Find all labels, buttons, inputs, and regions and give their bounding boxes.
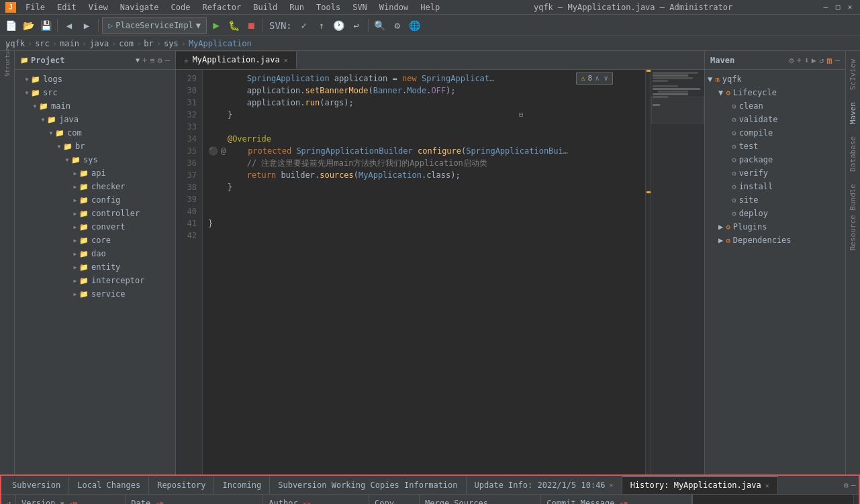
maven-site[interactable]: ⚙ site — [705, 193, 845, 207]
maven-settings-icon[interactable]: ⚙ — [789, 56, 794, 65]
col-copy[interactable]: Copy — [369, 495, 419, 504]
menu-tools[interactable]: Tools — [311, 1, 346, 13]
right-tab-database[interactable]: Database — [846, 131, 860, 177]
project-minimize-icon[interactable]: — — [165, 56, 170, 65]
svn-tab-repository[interactable]: Repository — [149, 476, 214, 494]
col-date[interactable]: Date ✕⊞ — [126, 495, 263, 504]
svn-minimize-icon[interactable]: — — [851, 481, 856, 490]
stop-button[interactable]: ⏹ — [243, 17, 259, 34]
maven-dependencies-item[interactable]: ▶ ⚙ Dependencies — [705, 234, 845, 247]
tree-item-interceptor[interactable]: ▶📁interceptor — [15, 274, 175, 287]
breadcrumb-item-myapp[interactable]: MyApplication — [189, 39, 252, 48]
right-tab-sciview[interactable]: ScIview — [846, 54, 860, 95]
menu-window[interactable]: Window — [374, 1, 414, 13]
svn-history-btn[interactable]: 🕐 — [331, 17, 347, 34]
history-scrollbar[interactable] — [853, 495, 859, 504]
tree-item-sys[interactable]: ▼📁sys — [15, 153, 175, 166]
run-button[interactable]: ▶ — [208, 17, 224, 34]
left-icon-structure[interactable]: Structure — [1, 54, 14, 67]
maven-minimize-icon[interactable]: — — [835, 56, 840, 65]
menu-view[interactable]: View — [83, 1, 113, 13]
right-tab-maven[interactable]: Maven — [846, 97, 860, 130]
menu-refactor[interactable]: Refactor — [197, 1, 246, 13]
menu-code[interactable]: Code — [166, 1, 196, 13]
close-button[interactable]: ✕ — [845, 3, 855, 12]
tree-item-br[interactable]: ▼📁br — [15, 140, 175, 153]
maven-test[interactable]: ⚙ test — [705, 140, 845, 153]
menu-svn[interactable]: SVN — [347, 1, 373, 13]
maven-validate[interactable]: ⚙ validate — [705, 113, 845, 126]
project-add-icon[interactable]: + — [142, 56, 147, 65]
tree-item-main[interactable]: ▼📁main — [15, 99, 175, 113]
open-btn[interactable]: 📂 — [20, 17, 36, 34]
back-btn[interactable]: ◀ — [61, 17, 77, 34]
menu-file[interactable]: File — [20, 1, 50, 13]
maven-sync-icon[interactable]: ↺ — [819, 56, 824, 65]
maven-plugins-item[interactable]: ▶ ⚙ Plugins — [705, 220, 845, 234]
tree-item-config[interactable]: ▶📁config — [15, 193, 175, 207]
maven-download-icon[interactable]: ⬇ — [804, 56, 809, 65]
svn-revert-btn[interactable]: ↩ — [348, 17, 365, 34]
menu-run[interactable]: Run — [284, 1, 309, 13]
maven-package[interactable]: ⚙ package — [705, 153, 845, 166]
maven-compile[interactable]: ⚙ compile — [705, 126, 845, 140]
fold-icon-32[interactable]: ⊟ — [517, 109, 525, 121]
minimize-button[interactable]: — — [821, 3, 830, 12]
col-merge-sources[interactable]: Merge Sources — [420, 495, 541, 504]
svn-tab-working-copies[interactable]: Subversion Working Copies Information — [270, 476, 466, 494]
right-tab-resource-bundle[interactable]: Resource Bundle — [846, 179, 860, 256]
breadcrumb-item-com[interactable]: com — [119, 39, 134, 48]
settings-btn[interactable]: ⚙ — [389, 17, 405, 34]
svn-tab-update-info[interactable]: Update Info: 2022/1/5 10:46 ✕ — [467, 476, 622, 494]
tree-item-service[interactable]: ▶📁service — [15, 287, 175, 301]
tree-item-entity[interactable]: ▶📁entity — [15, 260, 175, 274]
debug-button[interactable]: 🐛 — [226, 17, 242, 34]
maven-project-root[interactable]: ▼ m yqfk — [705, 72, 845, 86]
tree-item-src[interactable]: ▼📁src — [15, 86, 175, 99]
code-editor[interactable]: SpringApplication application = new Spri… — [203, 70, 645, 474]
maven-verify[interactable]: ⚙ verify — [705, 166, 845, 180]
col-commit-message[interactable]: Commit Message ✕⊞ — [541, 495, 692, 504]
tree-item-com[interactable]: ▼📁com — [15, 126, 175, 140]
update-info-close[interactable]: ✕ — [610, 481, 614, 489]
menu-help[interactable]: Help — [415, 1, 445, 13]
tree-item-dao[interactable]: ▶📁dao — [15, 247, 175, 260]
svn-tab-incoming[interactable]: Incoming — [214, 476, 270, 494]
breadcrumb-item-sys[interactable]: sys — [164, 39, 179, 48]
col-version[interactable]: Version ▼ ✕⊞ — [16, 495, 126, 504]
tree-item-controller[interactable]: ▶📁controller — [15, 207, 175, 220]
save-btn[interactable]: 💾 — [38, 17, 54, 34]
maven-lifecycle-item[interactable]: ▼ ⚙ Lifecycle — [705, 86, 845, 99]
maven-install[interactable]: ⚙ install — [705, 180, 845, 193]
menu-edit[interactable]: Edit — [52, 1, 82, 13]
svn-settings-icon[interactable]: ⚙ — [844, 481, 849, 490]
col-author[interactable]: Author ✕~ — [263, 495, 369, 504]
tree-item-convert[interactable]: ▶📁convert — [15, 220, 175, 234]
tree-item-core[interactable]: ▶📁core — [15, 234, 175, 247]
breadcrumb-item-br[interactable]: br — [144, 39, 153, 48]
tree-item-api[interactable]: ▶📁api — [15, 166, 175, 180]
new-file-btn[interactable]: 📄 — [3, 17, 19, 34]
translate-btn[interactable]: 🌐 — [407, 17, 423, 34]
svn-tab-history[interactable]: History: MyApplication.java ✕ — [622, 476, 778, 494]
tree-item-java[interactable]: ▼📁java — [15, 113, 175, 126]
tab-close-btn[interactable]: ✕ — [284, 56, 288, 64]
project-settings-icon[interactable]: ⚙ — [158, 56, 162, 65]
maven-run-icon[interactable]: ▶ — [812, 56, 816, 65]
breadcrumb-item-src[interactable]: src — [35, 39, 50, 48]
svn-tab-subversion[interactable]: Subversion — [4, 476, 69, 494]
editor-tab-myapplication[interactable]: ☕ MyApplication.java ✕ — [176, 52, 297, 69]
tree-item-checker[interactable]: ▶📁checker — [15, 180, 175, 193]
svn-commit-btn[interactable]: ↑ — [314, 17, 330, 34]
maven-deploy[interactable]: ⚙ deploy — [705, 207, 845, 220]
history-tab-close[interactable]: ✕ — [765, 482, 769, 489]
project-collapse-icon[interactable]: ≡ — [150, 56, 154, 65]
editor-scrollbar[interactable] — [645, 70, 651, 474]
maximize-button[interactable]: □ — [833, 3, 843, 12]
search-everywhere-btn[interactable]: 🔍 — [372, 17, 388, 34]
left-icon-favorites[interactable]: ☆ — [1, 68, 14, 82]
tree-item-logs[interactable]: ▼📁logs — [15, 72, 175, 86]
menu-navigate[interactable]: Navigate — [115, 1, 164, 13]
run-config-dropdown[interactable]: ▷ PlaceServiceImpl ▼ — [102, 17, 207, 34]
maven-clean[interactable]: ⚙ clean — [705, 99, 845, 113]
